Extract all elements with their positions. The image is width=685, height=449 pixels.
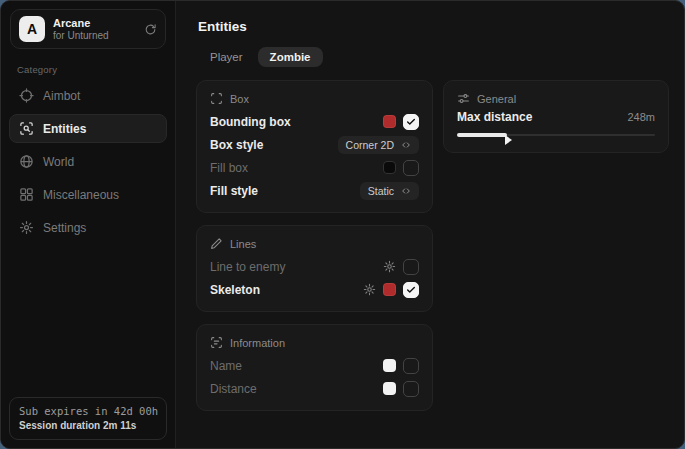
app-window: A Arcane for Unturned Category Aimbot En… bbox=[0, 0, 685, 449]
scan-search-icon bbox=[19, 121, 34, 136]
sidebar-item-aimbot[interactable]: Aimbot bbox=[9, 81, 167, 110]
fill-box-checkbox[interactable] bbox=[403, 160, 419, 176]
dropdown-value: Static bbox=[368, 185, 394, 197]
setting-row-line-to-enemy: Line to enemy bbox=[210, 255, 419, 278]
setting-label: Name bbox=[210, 359, 242, 373]
setting-label: Fill style bbox=[210, 184, 258, 198]
general-card: General Max distance 248m bbox=[443, 80, 669, 153]
sidebar-nav: Aimbot Entities World Miscellaneous Sett… bbox=[1, 79, 175, 244]
setting-row-fill-box: Fill box bbox=[210, 156, 419, 179]
card-title: Lines bbox=[230, 238, 256, 250]
setting-row-fill-style: Fill style Static bbox=[210, 179, 419, 202]
line-to-enemy-checkbox[interactable] bbox=[403, 259, 419, 275]
setting-row-bounding-box: Bounding box bbox=[210, 110, 419, 133]
scan-text-icon bbox=[210, 336, 223, 349]
skeleton-checkbox[interactable] bbox=[403, 282, 419, 298]
max-distance-slider[interactable] bbox=[457, 128, 655, 142]
card-title: Box bbox=[230, 93, 249, 105]
app-name: Arcane bbox=[53, 17, 136, 30]
app-logo: A bbox=[19, 16, 45, 42]
max-distance-label: Max distance bbox=[457, 110, 532, 124]
name-checkbox[interactable] bbox=[403, 358, 419, 374]
fill-style-dropdown[interactable]: Static bbox=[360, 182, 419, 200]
box-style-dropdown[interactable]: Corner 2D bbox=[338, 136, 419, 154]
page-title: Entities bbox=[198, 19, 669, 34]
crosshair-icon bbox=[19, 88, 34, 103]
sidebar-item-world[interactable]: World bbox=[9, 147, 167, 176]
card-title: General bbox=[477, 93, 516, 105]
app-subtitle: for Unturned bbox=[53, 30, 136, 42]
entity-tabs: Player Zombie bbox=[198, 47, 669, 67]
card-title: Information bbox=[230, 337, 285, 349]
grid-icon bbox=[19, 187, 34, 202]
pencil-line-icon bbox=[210, 237, 223, 250]
color-swatch[interactable] bbox=[383, 359, 396, 372]
dropdown-value: Corner 2D bbox=[346, 139, 394, 151]
color-swatch[interactable] bbox=[383, 283, 396, 296]
sidebar-item-miscellaneous[interactable]: Miscellaneous bbox=[9, 180, 167, 209]
sidebar-item-label: Aimbot bbox=[43, 89, 80, 103]
lines-card: Lines Line to enemy Skeleton bbox=[196, 225, 433, 312]
max-distance-value: 248m bbox=[627, 111, 655, 123]
gear-icon bbox=[19, 220, 34, 235]
gear-icon[interactable] bbox=[363, 283, 376, 296]
bounding-box-checkbox[interactable] bbox=[403, 114, 419, 130]
setting-label: Line to enemy bbox=[210, 260, 285, 274]
chevrons-left-right-icon bbox=[401, 186, 411, 196]
color-swatch[interactable] bbox=[383, 115, 396, 128]
scan-icon bbox=[210, 92, 223, 105]
setting-row-distance: Distance bbox=[210, 377, 419, 400]
chevrons-left-right-icon bbox=[401, 140, 411, 150]
color-swatch[interactable] bbox=[383, 161, 396, 174]
tab-player[interactable]: Player bbox=[198, 47, 255, 67]
setting-label: Skeleton bbox=[210, 283, 260, 297]
sliders-icon bbox=[457, 92, 470, 105]
session-duration-text: Session duration 2m 11s bbox=[19, 420, 157, 431]
sidebar-item-label: World bbox=[43, 155, 74, 169]
setting-row-name: Name bbox=[210, 354, 419, 377]
setting-label: Bounding box bbox=[210, 115, 291, 129]
color-swatch[interactable] bbox=[383, 382, 396, 395]
category-label: Category bbox=[17, 64, 175, 75]
brand-card: A Arcane for Unturned bbox=[10, 9, 166, 49]
sidebar-item-settings[interactable]: Settings bbox=[9, 213, 167, 242]
setting-label: Distance bbox=[210, 382, 257, 396]
setting-row-skeleton: Skeleton bbox=[210, 278, 419, 301]
sidebar-item-label: Miscellaneous bbox=[43, 188, 119, 202]
distance-checkbox[interactable] bbox=[403, 381, 419, 397]
box-card: Box Bounding box Box style Corne bbox=[196, 80, 433, 213]
setting-row-box-style: Box style Corner 2D bbox=[210, 133, 419, 156]
tab-zombie[interactable]: Zombie bbox=[258, 47, 323, 67]
sidebar-item-label: Settings bbox=[43, 221, 86, 235]
slider-fill bbox=[457, 133, 507, 137]
sidebar: A Arcane for Unturned Category Aimbot En… bbox=[1, 1, 176, 448]
information-card: Information Name Distance bbox=[196, 324, 433, 411]
refresh-icon[interactable] bbox=[144, 23, 157, 36]
sub-expiry-text: Sub expires in 42d 00h bbox=[19, 405, 157, 417]
subscription-info-card: Sub expires in 42d 00h Session duration … bbox=[9, 397, 167, 440]
globe-icon bbox=[19, 154, 34, 169]
slider-thumb[interactable] bbox=[505, 135, 512, 145]
setting-label: Box style bbox=[210, 138, 263, 152]
sidebar-item-entities[interactable]: Entities bbox=[9, 114, 167, 143]
main-panel: Entities Player Zombie Box Bounding box bbox=[176, 1, 684, 448]
setting-label: Fill box bbox=[210, 161, 248, 175]
gear-icon[interactable] bbox=[383, 260, 396, 273]
sidebar-item-label: Entities bbox=[43, 122, 86, 136]
